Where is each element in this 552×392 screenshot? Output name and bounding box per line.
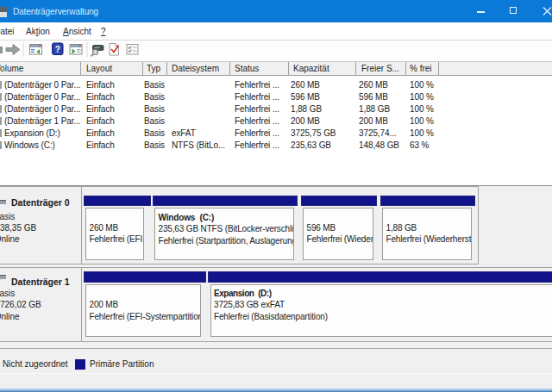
- svg-text:?: ?: [55, 45, 60, 54]
